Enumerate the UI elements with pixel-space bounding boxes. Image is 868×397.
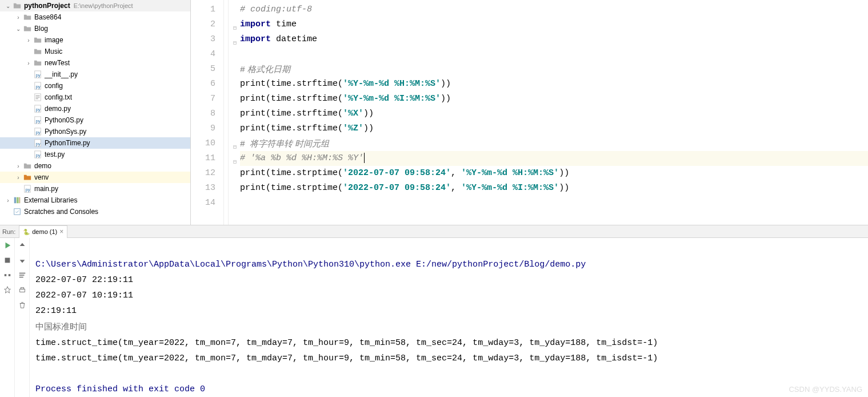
soft-wrap-button[interactable] [17,270,27,280]
fold-icon[interactable]: ⊟ [233,36,239,42]
tree-label: config [45,82,63,90]
tree-label: test.py [45,150,65,158]
tree-node[interactable]: ›newTest [0,57,190,69]
venv-icon [23,173,32,182]
code-editor[interactable]: 1234567891011121314 # coding:utf-8 ⊟impo… [191,0,868,225]
tree-node[interactable]: ·pyPythonSys.py [0,126,190,137]
py-icon: py [33,127,42,136]
console-exit: Process finished with exit code 0 [35,384,205,394]
fold-icon[interactable]: ⊟ [233,140,239,146]
restart-button[interactable] [2,270,13,280]
py-icon: py [33,150,42,159]
print-button[interactable] [17,285,27,295]
tree-label: PythonSys.py [45,128,86,136]
up-icon[interactable] [17,240,27,251]
code-comment: # '%a %b %d %H:%M:%S %Y' [240,153,363,163]
run-label: Run: [2,228,15,235]
svg-text:py: py [36,130,41,135]
console-output[interactable]: C:\Users\Administrator\AppData\Local\Pro… [30,238,868,397]
chevron-down-icon[interactable]: ⌄ [14,26,23,32]
chevron-right-icon[interactable]: › [3,197,13,204]
tree-node[interactable]: ·pymain.py [0,183,190,194]
svg-rect-21 [5,258,10,263]
watermark: CSDN @YYDS.YANG [789,385,862,394]
fold-icon[interactable]: ⊟ [233,21,239,27]
py-icon: py [33,138,42,148]
svg-rect-17 [14,197,17,204]
pin-button[interactable] [2,285,13,295]
svg-text:py: py [36,153,41,158]
py-icon: py [33,104,42,113]
trash-button[interactable] [17,300,27,310]
tree-node[interactable]: ·pytest.py [0,149,190,160]
svg-rect-18 [17,197,19,204]
text-caret [364,153,365,163]
python-icon: 🐍 [23,229,30,235]
run-tab[interactable]: 🐍 demo (1) × [19,225,67,238]
tree-node[interactable]: ›External Libraries [0,194,190,206]
lib-icon [13,196,22,205]
code-comment: # coding:utf-8 [240,5,312,14]
tree-node[interactable]: ·Music [0,46,190,57]
tree-node[interactable]: ›Base864 [0,11,190,23]
tree-label: config.txt [45,93,72,101]
console-line: 2022-07-07 10:19:11 [35,291,133,300]
tree-node[interactable]: ·pyconfig [0,80,190,92]
stop-button[interactable] [2,255,13,265]
folder-icon [23,13,32,22]
tree-node[interactable]: ·pydemo.py [0,103,190,114]
tree-label: __init__.py [45,70,78,78]
fold-icon[interactable]: ⊟ [233,155,239,161]
tree-label: venv [34,173,49,181]
svg-text:py: py [36,141,41,146]
folder-icon [23,161,32,170]
txt-icon [33,93,42,102]
tree-label: Python0S.py [45,116,83,124]
tree-node[interactable]: ⌄Blog [0,23,190,34]
scratch-icon [13,207,22,216]
console-line: 22:19:11 [35,306,77,316]
line-gutter: 1234567891011121314 [191,0,224,225]
tree-node[interactable]: ⌄pythonProjectE:\new\pythonProject [0,0,190,11]
tree-node[interactable]: ›venv [0,172,190,183]
console-line: 2022-07-07 22:19:11 [35,275,133,285]
svg-rect-22 [4,274,6,276]
py-icon: py [23,184,32,193]
code-area[interactable]: # coding:utf-8 ⊟import time ⊟import date… [229,0,868,225]
chevron-right-icon[interactable]: › [24,60,33,66]
tree-node[interactable]: ·pyPython0S.py [0,114,190,126]
code-comment: # 将字符串转 时间元组 [240,138,329,148]
run-tab-title: demo (1) [32,228,57,235]
tree-label: main.py [34,185,58,193]
project-tree[interactable]: ⌄pythonProjectE:\new\pythonProject›Base8… [0,0,191,225]
folder-icon [33,58,42,68]
console-line: 中国标准时间 [35,321,87,331]
svg-rect-20 [14,209,21,215]
svg-rect-24 [19,289,25,292]
tree-node[interactable]: ·config.txt [0,92,190,103]
tree-node[interactable]: ·Scratches and Consoles [0,206,190,217]
chevron-right-icon[interactable]: › [14,163,23,169]
svg-rect-25 [21,288,23,289]
chevron-right-icon[interactable]: › [24,37,33,43]
tree-label: Scratches and Consoles [24,208,98,216]
code-comment: # 格式化日期 [240,64,290,74]
tree-label: PythonTime.py [45,139,90,147]
chevron-right-icon[interactable]: › [14,14,23,21]
console-line: time.struct_time(tm_year=2022, tm_mon=7,… [35,354,658,363]
tree-label: External Libraries [24,196,77,204]
console-line: time.struct_time(tm_year=2022, tm_mon=7,… [35,338,658,348]
tree-node[interactable]: ·pyPythonTime.py [0,137,190,149]
svg-text:py: py [36,73,41,78]
svg-text:py: py [26,187,30,192]
rerun-button[interactable] [2,240,13,251]
tree-label: image [45,36,63,44]
chevron-down-icon[interactable]: ⌄ [3,3,13,9]
tree-node[interactable]: ›image [0,34,190,46]
close-icon[interactable]: × [59,228,63,236]
tree-node[interactable]: ·py__init__.py [0,69,190,80]
down-icon[interactable] [17,255,27,265]
svg-rect-23 [8,274,10,276]
tree-node[interactable]: ›demo [0,160,190,172]
chevron-right-icon[interactable]: › [14,174,23,181]
